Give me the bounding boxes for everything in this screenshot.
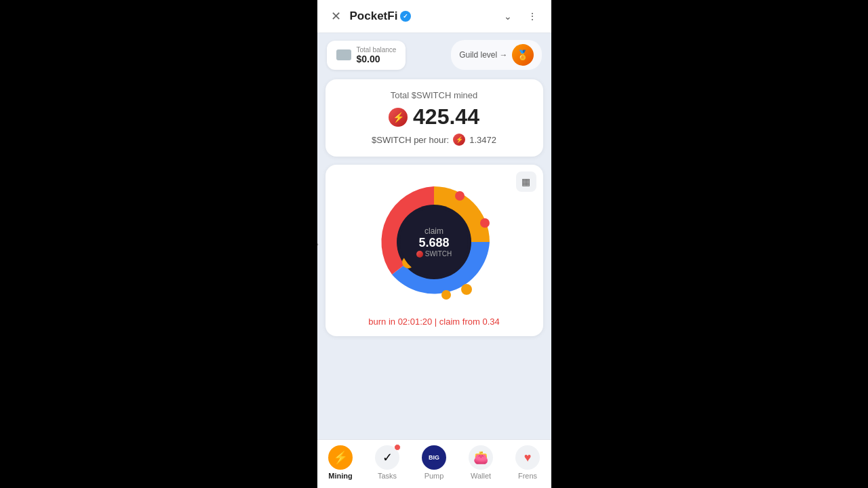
dot-bottom: [441, 290, 451, 300]
burn-info: burn in 02:01:20 | claim from 0.34: [335, 317, 534, 327]
claim-token-icon: [416, 251, 423, 258]
guild-label: Guild level →: [459, 50, 507, 60]
donut-wrapper: claim 5.688 SWITCH: [366, 174, 502, 310]
tasks-icon: ✓: [382, 450, 393, 465]
guild-avatar-emoji: 🏅: [517, 49, 528, 60]
chevron-button[interactable]: ⌄: [500, 8, 516, 24]
balance-info: Total balance $0.00: [357, 46, 397, 64]
nav-item-wallet[interactable]: 👛 Wallet: [462, 445, 500, 480]
pump-nav-icon-wrap: BIG: [422, 445, 446, 470]
tasks-nav-icon-wrap: ✓: [375, 445, 399, 470]
donut-card: ▦: [326, 165, 543, 336]
wallet-nav-label: Wallet: [471, 472, 491, 480]
balance-label: Total balance: [357, 46, 397, 54]
header-right: ⌄ ⋮: [500, 8, 540, 24]
dot-right: [480, 218, 490, 228]
header-left: ✕ PocketFi ✓: [328, 8, 412, 24]
pump-nav-label: Pump: [425, 472, 444, 480]
nav-item-frens[interactable]: ♥ Frens: [509, 445, 547, 480]
mining-nav-icon-wrap: ⚡: [328, 445, 353, 470]
claim-label: claim: [425, 226, 443, 236]
dot-top-right: [455, 191, 465, 201]
mining-rate-value: 1.3472: [469, 135, 496, 145]
frens-icon: ♥: [524, 451, 532, 465]
frens-nav-icon-wrap: ♥: [515, 445, 540, 470]
mining-rate-label: $SWITCH per hour:: [372, 135, 449, 145]
mining-card: Total $SWITCH mined ⚡ 425.44 $SWITCH per…: [326, 79, 543, 157]
bottom-nav: ⚡ Mining ✓ Tasks BIG Pump 👛 Wallet: [317, 439, 551, 488]
phone-container: › ✕ PocketFi ✓ ⌄ ⋮ Total balance: [317, 0, 551, 488]
wallet-nav-icon: 👛: [473, 450, 488, 465]
claim-center[interactable]: claim 5.688 SWITCH: [400, 208, 468, 276]
nav-item-mining[interactable]: ⚡ Mining: [321, 445, 359, 480]
claim-token-label: SWITCH: [425, 250, 452, 258]
switch-icon-small: ⚡: [453, 134, 465, 146]
verified-icon: ✓: [400, 11, 411, 22]
menu-button[interactable]: ⋮: [524, 8, 540, 24]
guild-card[interactable]: Guild level → 🏅: [451, 40, 541, 70]
pump-icon: BIG: [429, 454, 439, 461]
mining-title: Total $SWITCH mined: [336, 90, 532, 100]
tasks-nav-label: Tasks: [378, 472, 397, 480]
nav-item-pump[interactable]: BIG Pump: [415, 445, 453, 480]
mining-rate-row: $SWITCH per hour: ⚡ 1.3472: [336, 134, 532, 146]
wallet-nav-icon-wrap: 👛: [469, 445, 493, 470]
close-icon: ✕: [331, 9, 341, 24]
app-name-label: PocketFi: [350, 9, 398, 23]
dot-bottom-right: [461, 284, 472, 295]
claim-amount: 5.688: [418, 236, 449, 250]
more-icon: ⋮: [528, 11, 537, 22]
mining-amount: 425.44: [413, 104, 479, 129]
switch-icon-large: ⚡: [389, 108, 408, 127]
chevron-down-icon: ⌄: [504, 11, 512, 22]
chart-button[interactable]: ▦: [516, 171, 536, 192]
balance-amount: $0.00: [357, 54, 397, 64]
top-area: Total balance $0.00 Guild level → 🏅: [317, 33, 551, 77]
balance-card: Total balance $0.00: [327, 41, 406, 70]
mining-amount-row: ⚡ 425.44: [336, 104, 532, 129]
tasks-badge: [394, 444, 401, 451]
claim-token-row: SWITCH: [416, 250, 452, 258]
app-title: PocketFi ✓: [350, 9, 412, 23]
frens-nav-label: Frens: [518, 472, 537, 480]
wallet-icon: [336, 49, 351, 60]
bar-chart-icon: ▦: [521, 176, 530, 187]
header: ✕ PocketFi ✓ ⌄ ⋮: [317, 0, 551, 33]
mining-nav-label: Mining: [328, 472, 352, 480]
guild-avatar: 🏅: [512, 44, 534, 66]
close-button[interactable]: ✕: [328, 8, 344, 24]
nav-item-tasks[interactable]: ✓ Tasks: [368, 445, 406, 480]
mining-icon: ⚡: [333, 450, 348, 465]
